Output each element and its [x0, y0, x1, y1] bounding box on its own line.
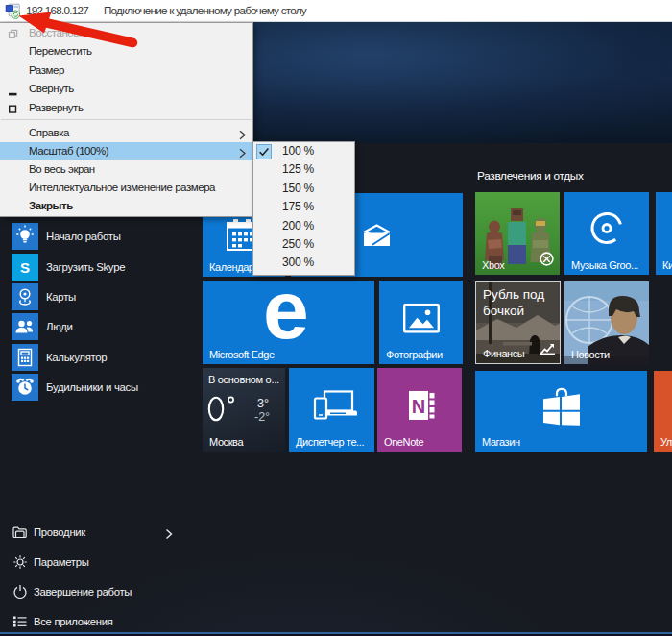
svg-text:N: N [412, 395, 425, 416]
svg-text:S: S [20, 259, 30, 276]
